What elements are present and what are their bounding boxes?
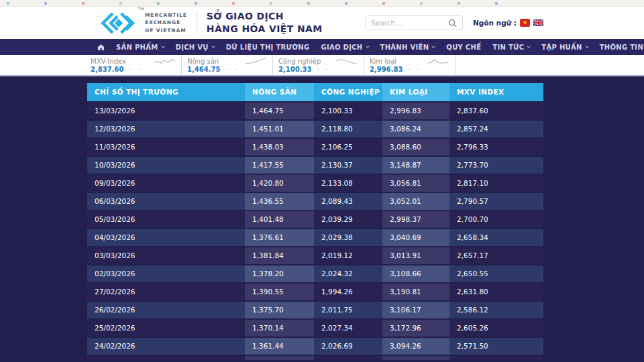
table-row: 12/03/20261,451.012,118.803,086.242,857.…	[87, 121, 543, 137]
row-value: 1,361.44	[245, 338, 314, 355]
row-value: 3,172.96	[382, 320, 449, 337]
row-cell	[314, 356, 382, 360]
nav-item-thong-tin-mxv[interactable]: THÔNG TIN MXV	[600, 44, 644, 51]
row-value: 3,088.60	[382, 139, 449, 156]
row-value: 2,817.10	[449, 175, 543, 192]
row-value: 3,108.66	[382, 265, 449, 282]
table-row: 04/03/20261,376.612,029.383,040.692,658.…	[87, 229, 543, 246]
browser-bookmarks-strip	[0, 0, 644, 7]
nav-item-du-lieu-thi-truong[interactable]: DỮ LIỆU THỊ TRƯỜNG	[226, 44, 310, 51]
chevron-down-icon	[366, 44, 370, 48]
search-icon[interactable]	[448, 19, 457, 27]
table-row: 25/02/20261,370.142,027.343,172.962,605.…	[87, 320, 543, 337]
row-value: 1,436.55	[245, 193, 314, 210]
sparkline-icon	[427, 58, 449, 65]
table-row: 10/03/20261,417.552,130.373,148.872,773.…	[87, 157, 543, 174]
table-row: 24/02/20261,361.442,026.693,094.262,571.…	[87, 338, 543, 355]
nav-item-thanh-vien[interactable]: THÀNH VIÊN	[380, 44, 435, 51]
ticker-change-marks: - -	[225, 66, 239, 72]
nav-item-giao-dich[interactable]: GIAO DỊCH	[321, 44, 368, 51]
row-value: 1,451.01	[245, 121, 314, 137]
nav-item-dich-vu[interactable]: DỊCH VỤ	[176, 44, 215, 51]
brand-wordmark: MERCANTILE EXCHANGE OF VIETNAM	[145, 11, 187, 34]
column-header: MXV INDEX	[449, 83, 543, 101]
row-value: 2,029.38	[314, 229, 382, 246]
row-value: 2,133.08	[314, 175, 382, 192]
language-switcher: Ngôn ngữ : ★	[473, 19, 543, 27]
site-header: TM MERCANTILE EXCHANGE OF VIETNAM SỞ GIA…	[0, 7, 644, 39]
brand-logo-link[interactable]: TM MERCANTILE EXCHANGE OF VIETNAM SỞ GIA…	[99, 10, 323, 36]
sparkline-icon	[335, 58, 358, 65]
ticker-change-marks: - -	[129, 66, 142, 72]
row-value: 1,464.75	[245, 103, 314, 119]
chevron-down-icon	[585, 44, 589, 48]
column-header: CHỈ SỐ THỊ TRƯỜNG	[87, 83, 245, 101]
nav-item-tap-huan[interactable]: TẬP HUẤN	[541, 44, 588, 51]
row-value: 3,013.91	[382, 247, 449, 264]
row-date: 02/03/2026	[87, 265, 245, 282]
nav-item-tin-tuc[interactable]: TIN TỨC	[492, 44, 530, 51]
row-value: 3,148.87	[382, 157, 449, 174]
ticker-item-nong-san[interactable]: Nông sản1,464.75- -	[182, 55, 273, 75]
row-value: 2,796.33	[449, 139, 543, 156]
table-header-row: CHỈ SỐ THỊ TRƯỜNGNÔNG SẢNCÔNG NGHIỆPKIM …	[87, 83, 543, 101]
ticker-value: 2,837.60	[91, 66, 123, 73]
row-value: 2,996.83	[382, 103, 449, 119]
sparkline-icon	[153, 58, 176, 65]
row-date: 10/03/2026	[87, 157, 245, 174]
nav-item-label: THÔNG TIN MXV	[600, 44, 644, 51]
row-value: 3,094.26	[382, 338, 449, 355]
index-ticker: MXV-Index2,837.60- -Nông sản1,464.75- -C…	[0, 55, 644, 76]
home-icon	[97, 44, 105, 51]
ticker-item-mxv-index[interactable]: MXV-Index2,837.60- -	[91, 55, 182, 75]
column-header: NÔNG SẢN	[245, 83, 314, 101]
ticker-label: MXV-Index	[91, 58, 126, 65]
language-label: Ngôn ngữ :	[473, 19, 517, 27]
main-nav: SẢN PHẨMDỊCH VỤDỮ LIỆU THỊ TRƯỜNGGIAO DỊ…	[0, 39, 644, 55]
ticker-label: Kim loại	[370, 58, 396, 65]
row-date: 26/02/2026	[87, 302, 245, 318]
ticker-item-cong-nghiep[interactable]: Công nghiệp2,100.33- -	[273, 55, 364, 75]
nav-item-san-pham[interactable]: SẢN PHẨM	[116, 44, 164, 51]
table-row: 26/02/20261,375.702,011.753,106.172,586.…	[87, 302, 543, 318]
ticker-item-kim-loai[interactable]: Kim loại2,996.83- -	[364, 55, 455, 75]
row-value: 1,994.26	[314, 284, 382, 300]
row-value: 1,401.48	[245, 211, 314, 228]
row-value: 2,700.70	[449, 211, 543, 228]
row-value: 2,658.34	[449, 229, 543, 246]
row-date: 11/03/2026	[87, 139, 245, 156]
row-date: 05/03/2026	[87, 211, 245, 228]
row-value: 2,011.75	[314, 302, 382, 318]
table-body: 13/03/20261,464.752,100.332,996.832,837.…	[87, 103, 543, 360]
flag-uk-icon[interactable]	[533, 19, 543, 27]
table-row: 27/02/20261,390.551,994.263,190.812,631.…	[87, 284, 543, 300]
nav-item-home[interactable]	[97, 44, 105, 51]
ticker-label: Công nghiệp	[278, 58, 321, 65]
column-header: CÔNG NGHIỆP	[314, 83, 382, 101]
row-value: 1,390.55	[245, 284, 314, 300]
search-box	[365, 15, 463, 30]
row-date: 03/03/2026	[87, 247, 245, 264]
row-value: 2,657.17	[449, 247, 543, 264]
table-row: 11/03/20261,438.032,106.253,088.602,796.…	[87, 139, 543, 156]
row-cell	[382, 356, 449, 360]
nav-item-quy-che[interactable]: QUY CHẾ	[446, 44, 481, 51]
row-date: 09/03/2026	[87, 175, 245, 192]
row-date: 25/02/2026	[87, 320, 245, 337]
table-row: 06/03/20261,436.552,089.433,052.012,790.…	[87, 193, 543, 210]
search-input[interactable]	[371, 19, 448, 27]
nav-item-label: GIAO DỊCH	[321, 44, 362, 51]
flag-vietnam-icon[interactable]: ★	[520, 19, 530, 27]
nav-item-label: QUY CHẾ	[446, 44, 481, 51]
row-value: 2,586.12	[449, 302, 543, 318]
table-row: 09/03/20261,420.802,133.083,056.812,817.…	[87, 175, 543, 192]
table-row: 02/03/20261,378.202,024.323,108.662,650.…	[87, 265, 543, 282]
ticker-change-marks: - -	[408, 66, 421, 72]
row-value: 2,773.70	[449, 157, 543, 174]
row-value: 2,039.29	[314, 211, 382, 228]
row-value: 1,376.61	[245, 229, 314, 246]
row-date: 24/02/2026	[87, 338, 245, 355]
row-value: 2,106.25	[314, 139, 382, 156]
row-value: 2,130.37	[314, 157, 382, 174]
row-value: 2,027.34	[314, 320, 382, 337]
